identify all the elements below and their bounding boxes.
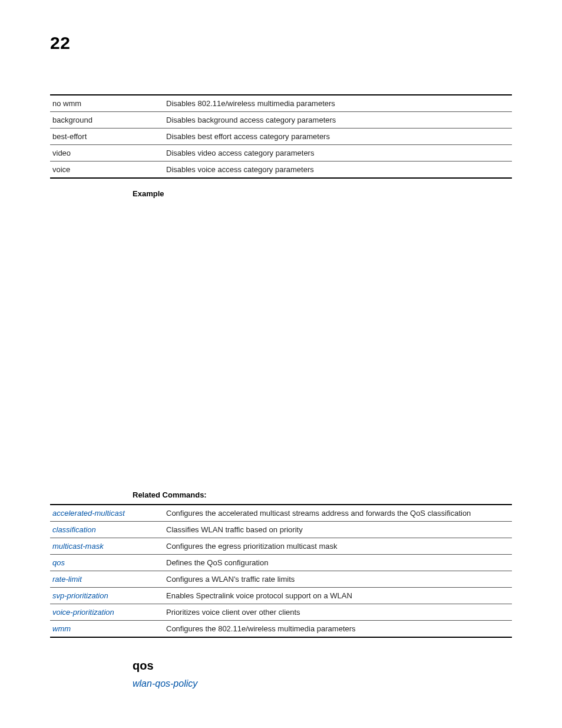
related-desc: Configures the accelerated multicast str… [164, 505, 512, 522]
related-command-link[interactable]: rate-limit [52, 575, 82, 584]
param-name: best-effort [50, 129, 164, 145]
wlan-qos-policy-link[interactable]: wlan-qos-policy [133, 678, 197, 689]
related-desc: Configures the 802.11e/wireless multimed… [164, 621, 512, 638]
related-desc: Defines the QoS configuration [164, 555, 512, 571]
related-commands-label: Related Commands: [133, 490, 512, 499]
related-name: qos [50, 555, 164, 571]
related-desc: Prioritizes voice client over other clie… [164, 604, 512, 621]
related-command-link[interactable]: classification [52, 525, 96, 534]
related-command-link[interactable]: wmm [52, 624, 71, 633]
param-desc: Disables video access category parameter… [164, 145, 512, 162]
related-desc: Classifies WLAN traffic based on priorit… [164, 522, 512, 538]
table-row: no wmmDisables 802.11e/wireless multimed… [50, 95, 512, 112]
param-name: voice [50, 162, 164, 179]
table-row: wmmConfigures the 802.11e/wireless multi… [50, 621, 512, 638]
param-desc: Disables voice access category parameter… [164, 162, 512, 179]
table-row: svp-prioritizationEnables Spectralink vo… [50, 588, 512, 604]
related-name: classification [50, 522, 164, 538]
table-row: voice-prioritizationPrioritizes voice cl… [50, 604, 512, 621]
related-command-link[interactable]: voice-prioritization [52, 608, 114, 617]
param-desc: Disables 802.11e/wireless multimedia par… [164, 95, 512, 112]
related-name: svp-prioritization [50, 588, 164, 604]
related-desc: Enables Spectralink voice protocol suppo… [164, 588, 512, 604]
related-desc: Configures a WLAN's traffic rate limits [164, 571, 512, 588]
table-row: backgroundDisables background access cat… [50, 112, 512, 129]
related-name: multicast-mask [50, 538, 164, 555]
table-row: qosDefines the QoS configuration [50, 555, 512, 571]
param-desc: Disables background access category para… [164, 112, 512, 129]
table-row: videoDisables video access category para… [50, 145, 512, 162]
related-name: wmm [50, 621, 164, 638]
related-command-link[interactable]: multicast-mask [52, 542, 104, 551]
table-row: accelerated-multicastConfigures the acce… [50, 505, 512, 522]
parameters-table: no wmmDisables 802.11e/wireless multimed… [50, 94, 512, 179]
related-commands-table: accelerated-multicastConfigures the acce… [50, 504, 512, 638]
chapter-number: 22 [50, 33, 512, 53]
table-row: best-effortDisables best effort access c… [50, 129, 512, 145]
param-name: background [50, 112, 164, 129]
related-name: rate-limit [50, 571, 164, 588]
related-name: accelerated-multicast [50, 505, 164, 522]
param-name: video [50, 145, 164, 162]
example-label: Example [133, 189, 512, 198]
related-desc: Configures the egress prioritization mul… [164, 538, 512, 555]
related-command-link[interactable]: svp-prioritization [52, 591, 108, 600]
param-name: no wmm [50, 95, 164, 112]
qos-heading: qos [133, 659, 512, 673]
related-name: voice-prioritization [50, 604, 164, 621]
table-row: voiceDisables voice access category para… [50, 162, 512, 179]
param-desc: Disables best effort access category par… [164, 129, 512, 145]
table-row: rate-limitConfigures a WLAN's traffic ra… [50, 571, 512, 588]
related-command-link[interactable]: accelerated-multicast [52, 509, 125, 518]
table-row: multicast-maskConfigures the egress prio… [50, 538, 512, 555]
related-command-link[interactable]: qos [52, 558, 65, 567]
table-row: classificationClassifies WLAN traffic ba… [50, 522, 512, 538]
